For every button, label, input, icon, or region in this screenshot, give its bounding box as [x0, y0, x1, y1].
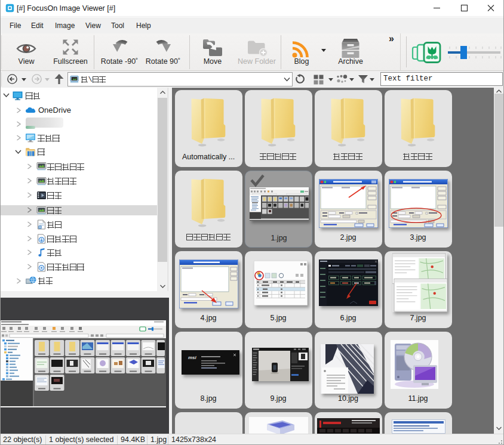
svg-text:msi: msi [188, 355, 197, 360]
